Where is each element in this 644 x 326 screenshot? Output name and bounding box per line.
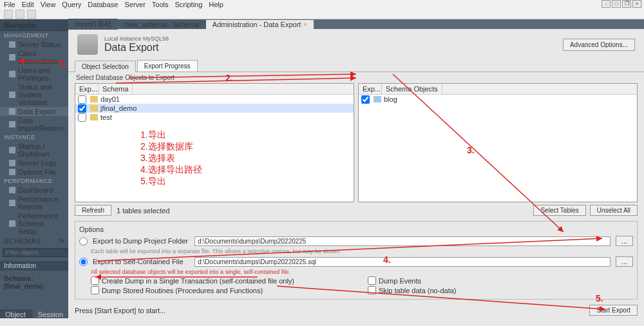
sidebar-label: Client Connections xyxy=(18,50,64,65)
sidebar-item-data-import[interactable]: Data Import/Restore xyxy=(0,116,68,133)
sidebar-item-status-vars[interactable]: Status and System Variables xyxy=(0,82,68,107)
col-export[interactable]: Exp... xyxy=(359,84,382,94)
menu-database[interactable]: Database xyxy=(88,1,118,8)
menu-file[interactable]: File xyxy=(4,1,15,8)
management-section: MANAGEMENT xyxy=(0,31,68,40)
start-hint: Press [Start Export] to start... xyxy=(75,307,166,314)
sidebar-item-users[interactable]: Users and Privileges xyxy=(0,66,68,82)
sidebar-item-options[interactable]: Options File xyxy=(0,168,68,177)
sidebar-label: Server Logs xyxy=(18,159,56,167)
toolbar-icon[interactable] xyxy=(15,10,24,19)
tab-export-progress[interactable]: Export Progress xyxy=(137,60,198,72)
db-icon xyxy=(90,114,98,120)
schema-checkbox[interactable] xyxy=(78,113,86,122)
schema-checkbox[interactable] xyxy=(78,95,86,104)
single-transaction-checkbox[interactable] xyxy=(91,276,99,285)
object-checkbox[interactable] xyxy=(361,95,370,104)
sidebar-item-perf-schema[interactable]: Performance Schema Setup xyxy=(0,211,68,236)
browse-folder-button[interactable]: ... xyxy=(616,236,633,246)
menu-help[interactable]: Help xyxy=(209,1,223,8)
toolbar xyxy=(0,9,644,19)
minimize-icon[interactable]: - xyxy=(601,0,611,8)
unselect-all-button[interactable]: Unselect All xyxy=(590,205,638,216)
sidebar-label: Performance Schema Setup xyxy=(18,212,64,235)
objects-listbox: Exp...Schema Objects blog xyxy=(358,83,638,202)
tab-new-schema[interactable]: new_schema - Schema xyxy=(118,20,205,29)
schemas-label: SCHEMAS xyxy=(4,237,41,245)
maximize-icon[interactable]: □ xyxy=(612,0,621,8)
toolbar-icon[interactable] xyxy=(27,10,36,19)
sidebar-label: Data Import/Restore xyxy=(18,117,65,132)
tab-object-info[interactable]: Object Info xyxy=(0,309,33,318)
status-icon xyxy=(9,41,15,48)
menu-scripting[interactable]: Scripting xyxy=(175,1,203,8)
skip-data-checkbox[interactable] xyxy=(368,286,376,294)
sidebar-item-logs[interactable]: Server Logs xyxy=(0,158,68,168)
refresh-icon[interactable]: ⟳ xyxy=(59,237,65,245)
menu-edit[interactable]: Edit xyxy=(22,1,34,8)
refresh-button[interactable]: Refresh xyxy=(75,205,111,216)
sidebar-item-dashboard[interactable]: Dashboard xyxy=(0,186,68,195)
cb-label: Create Dump in a Single Transaction (sel… xyxy=(102,277,294,285)
schema-row[interactable]: test xyxy=(75,113,354,122)
menu-query[interactable]: Query xyxy=(62,1,81,8)
database-icon xyxy=(77,34,98,55)
advanced-options-button[interactable]: Advanced Options... xyxy=(563,39,635,51)
panel-menu-icon[interactable]: ⋮ xyxy=(57,21,64,29)
restore-icon[interactable]: ❐ xyxy=(622,0,631,8)
col-export[interactable]: Exp... xyxy=(75,84,99,94)
tab-session[interactable]: Session xyxy=(33,309,68,318)
browse-file-button[interactable]: ... xyxy=(616,256,633,267)
schema-row[interactable]: jfinal_demo xyxy=(75,104,354,113)
sidebar-label: Startup / Shutdown xyxy=(18,142,64,158)
report-icon xyxy=(9,200,15,206)
menu-view[interactable]: View xyxy=(41,1,56,8)
object-row[interactable]: blog xyxy=(359,95,637,104)
sidebar-item-perf-reports[interactable]: Performance Reports xyxy=(0,195,68,211)
filter-input[interactable] xyxy=(3,248,68,257)
file-note: All selected database objects will be ex… xyxy=(79,268,633,276)
dump-events-checkbox[interactable] xyxy=(368,276,376,285)
tab-admin-export[interactable]: Administration - Data Export× xyxy=(206,20,314,29)
sidebar-label: Dashboard xyxy=(18,186,53,194)
sidebar-label: Users and Privileges xyxy=(18,66,64,82)
menubar: File Edit View Query Database Server Too… xyxy=(0,0,644,9)
sidebar-item-startup[interactable]: Startup / Shutdown xyxy=(0,142,68,158)
col-schema-objects[interactable]: Schema Objects xyxy=(382,84,442,94)
menu-tools[interactable]: Tools xyxy=(152,1,169,8)
instance-section: INSTANCE xyxy=(0,133,68,142)
schema-name: test xyxy=(100,113,112,121)
start-export-button[interactable]: Start Export xyxy=(589,305,638,316)
menu-server[interactable]: Server xyxy=(124,1,145,8)
sidebar-bottom-tabs: Object Info Session xyxy=(0,309,68,318)
navigator-header: Navigator ⋮ xyxy=(0,19,68,31)
options-icon xyxy=(9,169,15,175)
folder-path-input[interactable] xyxy=(194,236,611,246)
info-body: Schema: jfinal_demo xyxy=(0,271,68,309)
list-footer: Refresh 1 tables selected Select Tables … xyxy=(68,202,644,218)
dump-routines-checkbox[interactable] xyxy=(91,286,99,294)
col-schema[interactable]: Schema xyxy=(99,84,133,94)
toolbar-icon[interactable] xyxy=(4,10,13,19)
folder-note: Each table will be exported into a separ… xyxy=(79,247,633,255)
schema-row[interactable]: day01 xyxy=(75,95,354,104)
export-folder-radio[interactable] xyxy=(79,237,88,245)
select-tables-button[interactable]: Select Tables xyxy=(533,205,585,216)
tab-mysql1[interactable]: mysql1基础 xyxy=(68,19,118,30)
sidebar-item-client-connections[interactable]: Client Connections xyxy=(0,49,68,66)
sidebar-item-server-status[interactable]: Server Status xyxy=(0,40,68,49)
export-file-radio[interactable] xyxy=(79,258,88,266)
close-icon[interactable]: × xyxy=(632,0,641,8)
schemas-section: SCHEMAS⟳ xyxy=(0,236,68,247)
editor-tabs: mysql1基础 new_schema - Schema Administrat… xyxy=(68,19,644,29)
file-path-input[interactable] xyxy=(194,257,611,267)
tab-object-selection[interactable]: Object Selection xyxy=(75,61,136,72)
window-controls: - □ ❐ × xyxy=(601,0,641,8)
schema-name: day01 xyxy=(100,95,120,103)
export-file-label: Export to Self-Contained File xyxy=(93,258,189,265)
info-panel: Information Schema: jfinal_demo xyxy=(0,261,68,309)
sidebar-item-data-export[interactable]: Data Export xyxy=(0,107,68,116)
tab-close-icon[interactable]: × xyxy=(303,21,307,28)
schema-listbox: Exp...Schema day01 jfinal_demo test xyxy=(75,83,354,202)
schema-checkbox[interactable] xyxy=(78,104,86,113)
